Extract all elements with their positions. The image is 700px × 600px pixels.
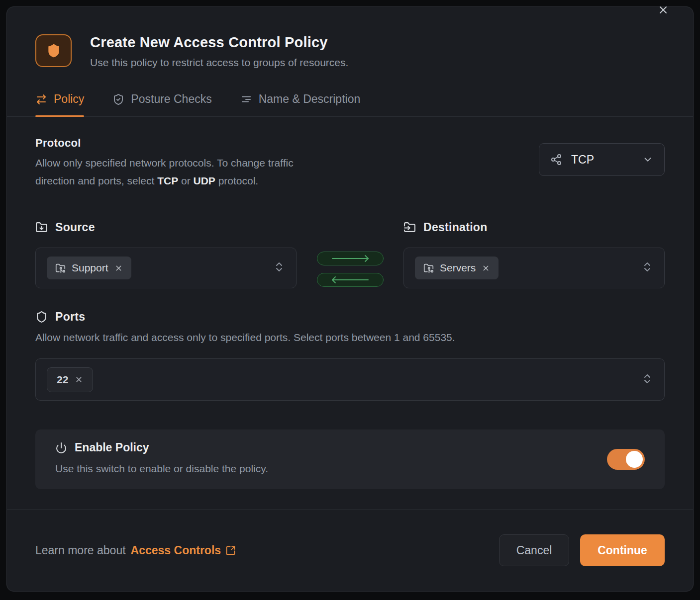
modal-title: Create New Access Control Policy <box>90 34 348 51</box>
header-text: Create New Access Control Policy Use thi… <box>90 34 348 69</box>
enable-policy-text: Enable Policy Use this switch to enable … <box>55 441 268 478</box>
protocol-selected-value: TCP <box>571 153 633 167</box>
chevrons-up-down-icon <box>641 261 653 273</box>
tab-policy[interactable]: Policy <box>35 92 84 116</box>
cancel-button[interactable]: Cancel <box>499 534 569 566</box>
ports-heading: Ports <box>55 310 85 324</box>
source-tag-remove-button[interactable] <box>114 264 123 272</box>
source-destination-section: Source Support <box>35 221 665 288</box>
destination-heading: Destination <box>423 221 488 234</box>
folder-input-icon <box>403 221 416 234</box>
enable-policy-heading: Enable Policy <box>75 441 149 454</box>
source-tag-label: Support <box>72 262 108 274</box>
destination-select-chevrons[interactable] <box>641 261 653 275</box>
tab-bar: Policy Posture Checks Name & Description <box>7 92 693 117</box>
chevron-down-icon <box>642 154 653 165</box>
arrow-right-icon <box>325 255 375 262</box>
text-lines-icon <box>240 93 252 105</box>
folder-git-icon <box>423 263 434 273</box>
modal-body: Protocol Allow only specified network pr… <box>7 137 693 489</box>
x-icon <box>114 264 123 272</box>
traffic-forward-button[interactable] <box>317 252 384 265</box>
protocol-heading: Protocol <box>35 137 294 150</box>
modal-footer: Learn more about Access Controls Cancel … <box>7 509 693 591</box>
destination-tag-servers: Servers <box>415 257 499 279</box>
source-heading: Source <box>55 221 95 234</box>
ports-description: Allow network traffic and access only to… <box>35 329 665 346</box>
destination-label: Destination <box>403 221 665 234</box>
traffic-return-button[interactable] <box>317 273 384 287</box>
policy-shield-badge <box>35 34 72 67</box>
protocol-desc-post: protocol. <box>215 175 258 186</box>
enable-policy-toggle[interactable] <box>607 449 645 470</box>
arrow-left-icon <box>325 276 375 284</box>
tab-name-description[interactable]: Name & Description <box>240 92 361 116</box>
footer-actions: Cancel Continue <box>499 534 665 566</box>
create-policy-modal: Create New Access Control Policy Use thi… <box>6 6 694 592</box>
destination-tag-remove-button[interactable] <box>482 264 490 272</box>
continue-button[interactable]: Continue <box>580 534 665 566</box>
destination-tag-label: Servers <box>440 262 476 274</box>
folder-git-icon <box>55 263 66 273</box>
chevrons-up-down-icon <box>641 373 653 385</box>
destination-column: Destination Servers <box>403 221 665 288</box>
tab-posture-checks-label: Posture Checks <box>131 92 211 106</box>
enable-policy-label: Enable Policy <box>55 441 268 454</box>
port-tag-remove-button[interactable] <box>75 375 83 384</box>
x-icon <box>482 264 490 272</box>
folder-down-icon <box>35 221 48 234</box>
source-label: Source <box>35 221 297 234</box>
protocol-text: Protocol Allow only specified network pr… <box>35 137 294 190</box>
shield-icon <box>46 42 62 60</box>
share-network-icon <box>550 154 562 166</box>
ports-select-chevrons[interactable] <box>641 373 653 387</box>
tab-posture-checks[interactable]: Posture Checks <box>112 92 211 116</box>
close-icon <box>657 4 669 16</box>
toggle-knob <box>626 451 643 468</box>
access-controls-link[interactable]: Access Controls <box>131 544 236 557</box>
learn-more: Learn more about Access Controls <box>35 544 236 557</box>
port-tag-label: 22 <box>57 374 68 386</box>
traffic-direction-controls <box>297 221 403 288</box>
source-tag-support: Support <box>47 257 131 279</box>
shield-outline-icon <box>35 311 48 323</box>
destination-select[interactable]: Servers <box>403 248 665 288</box>
protocol-udp-keyword: UDP <box>193 175 215 186</box>
learn-more-text: Learn more about <box>35 544 126 557</box>
ports-select[interactable]: 22 <box>35 358 665 401</box>
protocol-select[interactable]: TCP <box>539 143 665 176</box>
enable-policy-description: Use this switch to enable or disable the… <box>55 460 268 478</box>
x-icon <box>75 375 83 384</box>
protocol-desc-mid: or <box>178 175 193 186</box>
enable-policy-card: Enable Policy Use this switch to enable … <box>35 429 665 489</box>
ports-section: Ports Allow network traffic and access o… <box>35 310 665 401</box>
protocol-section: Protocol Allow only specified network pr… <box>35 137 665 190</box>
arrows-swap-icon <box>35 93 47 105</box>
source-select[interactable]: Support <box>35 248 297 288</box>
source-column: Source Support <box>35 221 297 288</box>
close-button[interactable] <box>654 1 672 19</box>
source-select-chevrons[interactable] <box>273 261 285 275</box>
protocol-tcp-keyword: TCP <box>157 175 178 186</box>
protocol-desc-line1: Allow only specified network protocols. … <box>35 157 294 169</box>
protocol-desc-pre: direction and ports, select <box>35 175 157 186</box>
protocol-description: Allow only specified network protocols. … <box>35 154 294 190</box>
modal-subtitle: Use this policy to restrict access to gr… <box>90 57 348 69</box>
ports-label: Ports <box>35 310 665 324</box>
chevrons-up-down-icon <box>273 261 285 273</box>
power-icon <box>55 442 67 454</box>
access-controls-link-label: Access Controls <box>131 544 221 557</box>
tab-name-description-label: Name & Description <box>259 92 361 106</box>
external-link-icon <box>225 545 236 556</box>
modal-header: Create New Access Control Policy Use thi… <box>7 7 693 69</box>
port-tag-22: 22 <box>47 367 93 392</box>
shield-check-icon <box>112 93 124 105</box>
tab-policy-label: Policy <box>54 92 84 106</box>
